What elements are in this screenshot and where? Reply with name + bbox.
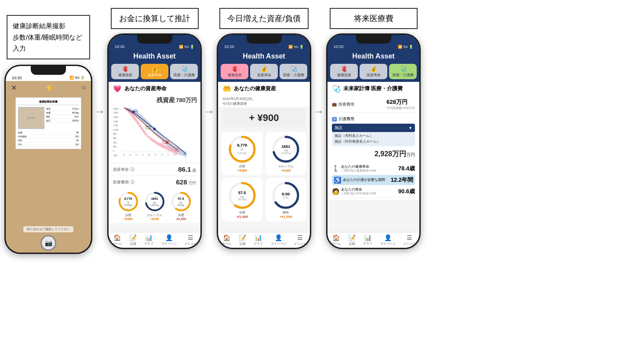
intro-line1: 健康診断結果撮影 xyxy=(13,22,65,29)
arrow-2: → xyxy=(202,105,217,118)
nav-graph-3[interactable]: 📊グラフ xyxy=(254,234,263,246)
metric-weight-3: 57.5 kg 58.0kg 体重 -¥1,000 xyxy=(222,178,263,221)
nav-record-3[interactable]: 📝記録 xyxy=(239,234,246,246)
nav-menu-4[interactable]: ☰メニュー xyxy=(403,234,415,246)
page-root: 健康診断結果撮影 歩数/体重/睡眠時間など入力 10:20 📶 5G 🔋 ✕ xyxy=(0,0,644,262)
arrow-3: → xyxy=(311,105,326,118)
phone2-col: お金に換算して推計 10:20 📶 5G 🔋 Health Asset 🫀 xyxy=(107,8,202,249)
svg-text:健康寿命: 健康寿命 xyxy=(145,125,152,128)
heartbeat-icon: 💗 xyxy=(113,84,122,93)
svg-text:資産寿命: 資産寿命 xyxy=(162,140,169,142)
medical-cost-stat: 医療費用 ⓘ 628 万円 xyxy=(109,176,200,188)
asset-chart: 2,000 1,800 1,600 1,400 1,200 1,000 800 … xyxy=(112,104,197,159)
phone-asset-lifespan: 10:20 📶 5G 🔋 Health Asset 🫀 健康資産 💰 xyxy=(107,33,202,249)
app-title-2: Health Asset xyxy=(109,50,200,64)
arrow-1: → xyxy=(92,105,107,118)
tab-bar-4[interactable]: 🫀 健康資産 💰 資産寿命 🩺 医療・介護費 xyxy=(327,64,419,82)
svg-text:1,600: 1,600 xyxy=(113,116,118,118)
tab-asset-life-2[interactable]: 💰 資産寿命 xyxy=(141,64,168,79)
nursing-select[interactable]: 施設 ▼ xyxy=(332,124,415,132)
svg-text:40: 40 xyxy=(123,154,125,156)
phone4-col: 将来医療費 10:20 📶 5G 🔋 Health Asset 🫀 健 xyxy=(326,8,421,249)
tab-health-asset-2[interactable]: 🫀 健康資産 xyxy=(111,64,139,79)
phone-medical-cost: 10:20 📶 5G 🔋 Health Asset 🫀 健康資産 💰 xyxy=(326,33,421,249)
nursing-section: ♿ 介護費用 施設 ▼ 施設（有料老人ホーム） 施設（特別養護老人ホーム） xyxy=(327,114,419,148)
tab-medical-3[interactable]: 🩺 医療・介護費 xyxy=(280,64,307,79)
tab-health-asset-4[interactable]: 🫀 健康資産 xyxy=(330,64,358,79)
svg-text:200: 200 xyxy=(113,146,116,148)
app-content-3: 🤲 あなたの健康資産 2022年4月20日(水) 今日の健康資産 + ¥900 xyxy=(218,82,310,232)
app-title-3: Health Asset xyxy=(218,50,310,64)
metric-calcium-3: 1651 mg 1,551mg カルシウム +¥100 xyxy=(266,132,307,175)
svg-text:45: 45 xyxy=(129,154,131,156)
svg-text:80: 80 xyxy=(174,154,175,156)
svg-point-13 xyxy=(153,128,156,130)
metrics-row-2: 8,779 歩 8,479歩 歩数 +¥300 xyxy=(109,188,200,223)
asset-life-stat: 資産寿命 ⓘ 86.1 歳 xyxy=(109,163,200,176)
metric-calcium-2: 1651 mg 1,551mg カルシウム +¥100 xyxy=(142,191,167,220)
nav-home-2[interactable]: 🏠ホーム xyxy=(113,234,122,246)
nav-menu-2[interactable]: ☰メニュー xyxy=(184,234,196,246)
nursing-period-stat: ♿ あなたの介護が必要な期間 12.2年間 xyxy=(332,175,415,185)
camera-shutter[interactable]: 📷 xyxy=(40,235,56,251)
chart-area: 残資産 780万円 2,000 1,800 1,600 1,400 1,200 … xyxy=(109,95,200,163)
svg-text:1,800: 1,800 xyxy=(113,112,118,114)
nav-graph-4[interactable]: 📊グラフ xyxy=(363,234,372,246)
tab-medical-4[interactable]: 🩺 医療・介護費 xyxy=(389,64,417,79)
tab-health-asset-3[interactable]: 🫀 健康資産 xyxy=(221,64,248,79)
metrics-grid-3: 8,779 歩 8,479歩 歩数 +¥300 xyxy=(218,129,310,224)
nav-menu-3[interactable]: ☰メニュー xyxy=(294,234,306,246)
svg-text:78.4歳: 78.4歳 xyxy=(145,128,150,130)
nav-home-3[interactable]: 🏠ホーム xyxy=(222,234,231,246)
metric-steps-3: 8,779 歩 8,479歩 歩数 +¥300 xyxy=(222,132,263,175)
svg-text:800: 800 xyxy=(113,133,116,135)
app-title-4: Health Asset xyxy=(327,50,419,64)
svg-text:600: 600 xyxy=(113,137,116,140)
svg-text:90.6歳: 90.6歳 xyxy=(175,150,180,152)
label-4: 将来医療費 xyxy=(330,8,418,29)
bottom-nav-3: 🏠ホーム 📝記録 📊グラフ 👤マイページ ☰メニュー xyxy=(218,232,310,248)
tab-asset-life-3[interactable]: 💰 資産寿命 xyxy=(250,64,278,79)
svg-text:75: 75 xyxy=(167,154,169,156)
svg-text:2,000: 2,000 xyxy=(113,108,118,110)
app-content-4: 🩺 未来家計簿 医療・介護費 💼 医療費用 628万円 平均医 xyxy=(327,82,419,232)
app-content-2: 💗 あなたの資産寿命 残資産 780万円 2,000 1,800 xyxy=(109,82,200,232)
nav-record-4[interactable]: 📝記録 xyxy=(348,234,356,246)
nav-mypage-3[interactable]: 👤マイページ xyxy=(271,234,286,246)
svg-text:寿命: 寿命 xyxy=(175,147,178,150)
tab-asset-life-4[interactable]: 💰 資産寿命 xyxy=(360,64,387,79)
svg-text:1,000: 1,000 xyxy=(113,129,118,131)
nav-mypage-4[interactable]: 👤マイページ xyxy=(380,234,396,246)
svg-text:65: 65 xyxy=(155,154,156,156)
label-3: 今日増えた資産/負債 xyxy=(219,8,309,29)
bottom-nav-2: 🏠ホーム 📝記録 📊グラフ 👤マイページ ☰メニュー xyxy=(109,232,200,248)
hands-icon: 🤲 xyxy=(222,84,231,93)
svg-text:400: 400 xyxy=(113,142,116,144)
phone-health-asset: 10:20 📶 5G 🔋 Health Asset 🫀 健康資産 💰 xyxy=(217,33,311,249)
tab-bar-3[interactable]: 🫀 健康資産 💰 資産寿命 🩺 医療・介護費 xyxy=(218,64,310,82)
today-health-value: + ¥900 xyxy=(222,109,306,127)
tab-bar-2[interactable]: 🫀 健康資産 💰 資産寿命 🩺 医療・介護費 xyxy=(109,64,200,82)
nav-mypage-2[interactable]: 👤マイページ xyxy=(161,234,177,246)
medical-section: 💼 医療費用 628万円 平均医療費+000万円 xyxy=(327,95,419,114)
stethoscope-icon: 🩺 xyxy=(332,84,341,93)
health-lifespan-stat: 🚶 あなたの健康寿命 △関年前の健康寿命+00年 78.4歳 xyxy=(332,162,415,175)
svg-text:50: 50 xyxy=(135,154,137,156)
lifespan-stat: 🧑 あなたの寿命 △関年前の平均寿命+00年 90.6歳 xyxy=(332,185,415,198)
intro-box: 健康診断結果撮影 歩数/体重/睡眠時間など入力 xyxy=(7,15,90,59)
svg-text:38歳: 38歳 xyxy=(134,110,138,113)
svg-text:70: 70 xyxy=(161,154,163,156)
nav-graph-2[interactable]: 📊グラフ xyxy=(144,234,153,246)
svg-text:90: 90 xyxy=(183,154,185,156)
metric-steps-2: 8,779 歩 8,479歩 歩数 +¥300 xyxy=(116,191,141,220)
label-2: お金に換算して推計 xyxy=(111,8,199,29)
nav-record-2[interactable]: 📝記録 xyxy=(129,234,137,246)
svg-text:1,200: 1,200 xyxy=(113,125,118,127)
document-preview: 健康診断結果書 胸部X線 身長172cm 体重68.0kg BMI23.0 血圧… xyxy=(15,97,81,149)
nav-home-4[interactable]: 🏠ホーム xyxy=(331,234,341,246)
intro-line2: 歩数/体重/睡眠時間など入力 xyxy=(13,33,82,52)
svg-text:86.1歳: 86.1歳 xyxy=(162,142,167,144)
svg-text:-200: -200 xyxy=(113,154,117,157)
tab-medical-2[interactable]: 🩺 医療・介護費 xyxy=(170,64,198,79)
nursing-total: 2,928万円万円 xyxy=(327,148,419,161)
